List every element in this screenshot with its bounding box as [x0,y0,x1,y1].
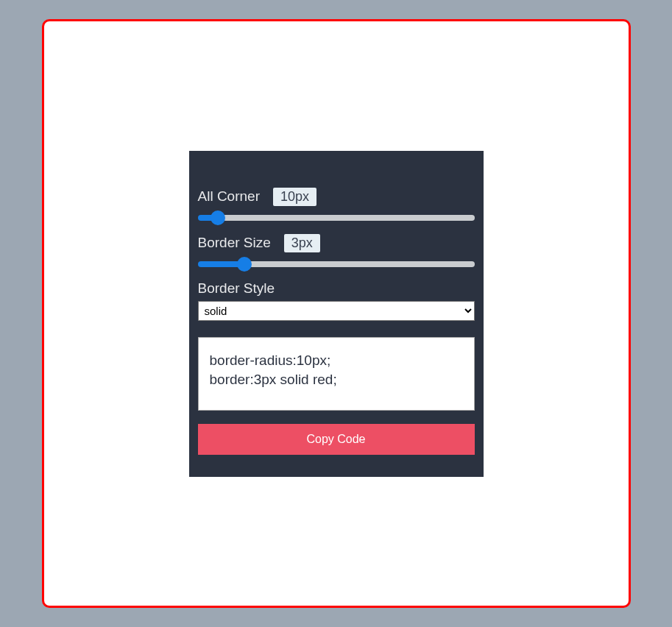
all-corner-group: All Corner 10px [198,188,475,224]
preview-box: All Corner 10px Border Size 3px Border S… [42,19,631,608]
code-output[interactable] [198,337,475,411]
all-corner-value-badge: 10px [273,188,316,206]
border-size-label: Border Size [198,235,271,251]
control-panel: All Corner 10px Border Size 3px Border S… [189,151,484,477]
border-style-group: Border Style soliddasheddotteddoublegroo… [198,280,475,321]
all-corner-label-row: All Corner 10px [198,188,475,206]
all-corner-slider[interactable] [198,215,475,221]
border-size-group: Border Size 3px [198,234,475,270]
border-style-label-row: Border Style [198,280,475,297]
border-size-value-badge: 3px [284,234,320,252]
border-size-slider[interactable] [198,261,475,267]
all-corner-label: All Corner [198,188,260,205]
copy-code-button[interactable]: Copy Code [198,424,475,455]
border-size-label-row: Border Size 3px [198,234,475,252]
border-style-label: Border Style [198,280,275,297]
border-style-select[interactable]: soliddasheddotteddoublegrooveridgeinseto… [198,301,475,321]
